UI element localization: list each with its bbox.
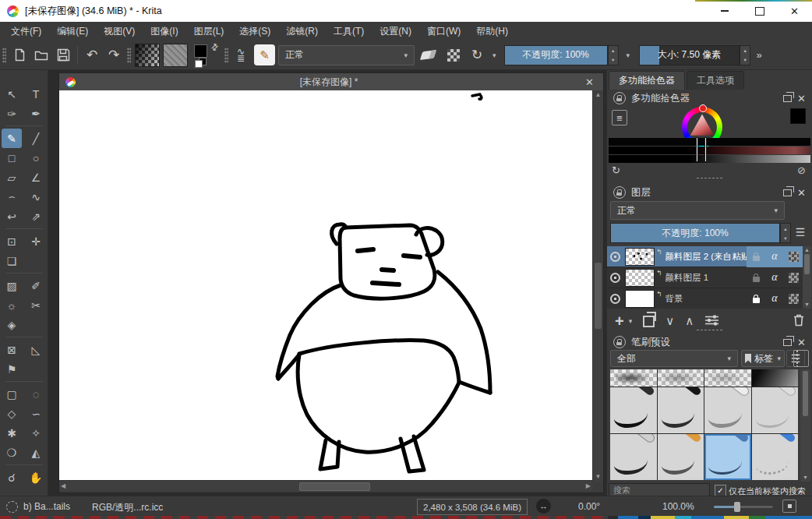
layer-opacity-slider[interactable]: 不透明度: 100%: [610, 223, 780, 243]
tab-tool-options[interactable]: 工具选项: [687, 71, 744, 90]
eraser-mode-button[interactable]: [415, 44, 441, 66]
menu-item-select[interactable]: 选择(S): [231, 22, 278, 41]
freehand-brush-tool[interactable]: ✎: [2, 129, 22, 148]
menu-item-tools[interactable]: 工具(T): [326, 22, 372, 41]
menu-item-help[interactable]: 帮助(H): [468, 22, 516, 41]
enclose-fill-tool[interactable]: ⊠: [2, 340, 22, 359]
layer-blend-mode-dropdown[interactable]: 正常 ▾: [610, 201, 785, 220]
polygon-tool[interactable]: ▱: [2, 168, 22, 187]
layer-row-paint-layer-2[interactable]: ↰ 颜料图层 2 (来自粘贴) α: [607, 246, 803, 267]
layer-name[interactable]: 背景: [665, 293, 747, 305]
selector-settings-button[interactable]: ≣: [612, 110, 627, 125]
zoom-tool[interactable]: ☌: [2, 468, 22, 487]
brush-details-toggle-button[interactable]: [793, 350, 809, 367]
brush-tag-filter-dropdown[interactable]: 全部 ▾: [610, 350, 738, 367]
layer-lock-toggle[interactable]: [747, 288, 765, 309]
layer-alpha-lock-toggle[interactable]: α: [765, 288, 784, 309]
maximize-button[interactable]: [742, 1, 777, 22]
close-button[interactable]: ✕: [777, 1, 812, 22]
layer-lock-toggle[interactable]: [747, 246, 765, 267]
vertical-scroll-thumb[interactable]: [595, 263, 602, 329]
canvas-horizontal-scrollbar[interactable]: ◀ ▶: [59, 480, 592, 491]
lock-docker-icon[interactable]: [613, 186, 626, 199]
menu-item-settings[interactable]: 设置(N): [372, 22, 419, 41]
dynamic-brush-tool[interactable]: ↩: [2, 207, 22, 226]
toolbar-overflow-button[interactable]: »: [750, 44, 768, 66]
scroll-up-icon[interactable]: ▲: [804, 246, 810, 254]
similar-select-tool[interactable]: ✧: [26, 423, 46, 443]
brush-preset-item[interactable]: [658, 434, 704, 480]
assistants-tool[interactable]: ◺: [26, 340, 46, 359]
chevron-down-icon[interactable]: ▾: [488, 51, 496, 59]
float-docker-icon[interactable]: [783, 95, 792, 102]
duplicate-layer-button[interactable]: [643, 316, 655, 327]
hue-marker[interactable]: [699, 104, 707, 112]
docker-header[interactable]: 笔刷预设 ✕: [607, 335, 812, 349]
smart-patch-tool[interactable]: ✂: [26, 295, 46, 315]
edit-brush-settings-button[interactable]: ∿ ≣: [231, 45, 251, 65]
brush-scroll-thumb[interactable]: [803, 371, 808, 416]
contiguous-select-tool[interactable]: ✱: [2, 423, 22, 443]
menu-item-view[interactable]: 视图(V): [96, 22, 143, 41]
brush-preset-item[interactable]: [752, 434, 799, 480]
shade-strip-3[interactable]: [609, 155, 810, 163]
layer-opacity-spinbox[interactable]: ▴▾: [780, 223, 791, 243]
tab-advanced-color-selector[interactable]: 多功能拾色器: [609, 71, 685, 90]
menu-item-file[interactable]: 文件(F): [3, 22, 49, 41]
layer-alpha-lock-toggle[interactable]: α: [765, 267, 784, 288]
layer-thumbnail[interactable]: [625, 269, 655, 287]
move-tool[interactable]: ✛: [26, 231, 46, 251]
scroll-left-icon[interactable]: ◀: [61, 481, 65, 491]
layer-row-paint-layer-1[interactable]: ↰ 颜料图层 1 α: [607, 267, 803, 288]
float-docker-icon[interactable]: [783, 189, 792, 196]
canvas-vertical-scrollbar[interactable]: ▲ ▼: [592, 90, 603, 482]
brush-preset-item[interactable]: [704, 369, 751, 387]
close-docker-icon[interactable]: ✕: [797, 187, 806, 199]
layer-thumbnail[interactable]: [625, 290, 655, 308]
layer-visibility-icon[interactable]: [610, 252, 620, 262]
shade-strip-2[interactable]: [609, 147, 810, 154]
reference-images-tool[interactable]: ⚑: [2, 359, 22, 379]
open-document-button[interactable]: [30, 44, 52, 66]
docker-resize-handle[interactable]: [696, 177, 724, 179]
menu-item-image[interactable]: 图像(I): [143, 22, 185, 41]
layer-lock-toggle[interactable]: [747, 267, 765, 288]
colorize-mask-tool[interactable]: ☼: [2, 295, 22, 315]
zoom-percentage[interactable]: 100.0%: [662, 501, 694, 512]
zoom-slider-thumb[interactable]: [734, 502, 740, 512]
undo-button[interactable]: ↶: [81, 44, 103, 66]
toolbar-drag-handle[interactable]: [2, 48, 6, 63]
ellipse-tool[interactable]: ○: [26, 148, 46, 168]
layer-thumbnail[interactable]: [625, 248, 655, 266]
swap-colors-icon[interactable]: ⇄: [209, 41, 221, 53]
layer-inherit-alpha-toggle[interactable]: [784, 267, 803, 288]
foreground-background-colors[interactable]: ⇄: [192, 44, 219, 67]
opacity-spinbox[interactable]: ▴▾: [608, 45, 619, 65]
move-layer-up-button[interactable]: ∧: [685, 314, 694, 328]
shade-slider-marker[interactable]: [696, 137, 698, 162]
brush-preset-item[interactable]: [658, 387, 704, 433]
search-current-tag-checkbox[interactable]: ✓: [715, 485, 726, 496]
canvas-angle-value[interactable]: 0.00°: [578, 501, 600, 512]
reload-preset-button[interactable]: ↻: [466, 44, 488, 66]
toolbar-drag-handle[interactable]: [224, 48, 228, 63]
ellipse-select-tool[interactable]: ◌: [26, 384, 46, 404]
shade-strip-1[interactable]: [609, 138, 810, 146]
default-fg-color-swatch[interactable]: [195, 60, 203, 68]
layer-name[interactable]: 颜料图层 1: [665, 272, 747, 284]
move-layer-down-button[interactable]: ∨: [665, 314, 674, 328]
brush-preset-item[interactable]: [610, 369, 657, 387]
toolbar-drag-handle[interactable]: [127, 48, 131, 63]
current-brush-name[interactable]: b) Ba...tails: [23, 501, 70, 512]
scroll-down-icon[interactable]: ▼: [595, 472, 602, 482]
brush-preset-item[interactable]: [610, 387, 657, 433]
layer-alpha-lock-toggle[interactable]: α: [765, 246, 784, 267]
zoom-to-fit-button[interactable]: [782, 500, 796, 513]
menu-item-layer[interactable]: 图层(L): [186, 22, 232, 41]
brush-preset-item[interactable]: [704, 387, 751, 433]
color-sampler-tool[interactable]: ✐: [26, 276, 46, 295]
brush-size-slider[interactable]: 大小: 7.50 像素: [639, 45, 740, 65]
new-document-button[interactable]: [9, 44, 30, 66]
close-docker-icon[interactable]: ✕: [797, 337, 806, 348]
save-button[interactable]: [52, 44, 74, 66]
